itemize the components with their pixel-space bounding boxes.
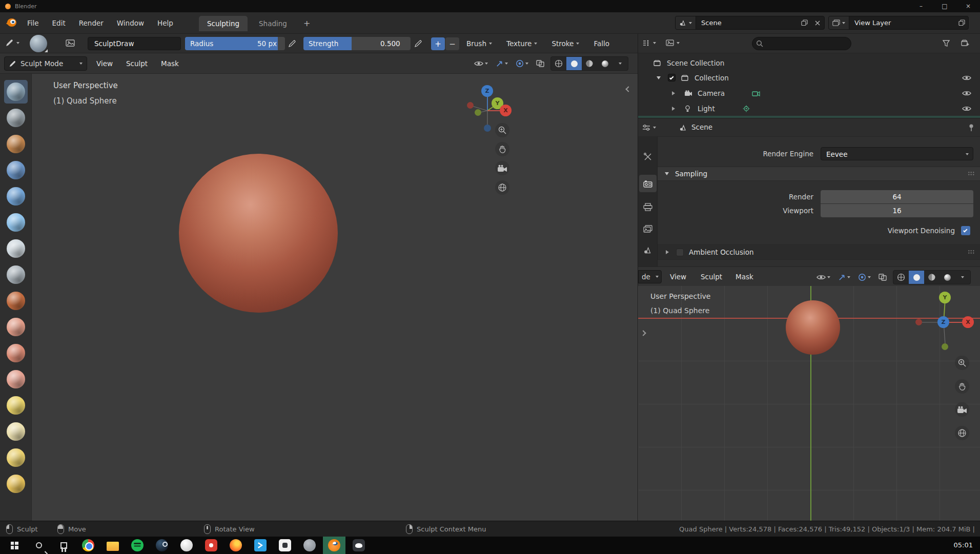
brush-snake-hook[interactable] bbox=[4, 446, 28, 469]
perspective-toggle-button[interactable] bbox=[955, 426, 969, 440]
strength-slider[interactable]: Strength 0.500 bbox=[303, 37, 411, 50]
gizmo-negative-y-axis[interactable] bbox=[942, 343, 948, 350]
radius-pressure-button[interactable] bbox=[288, 39, 296, 48]
perspective-toggle-button[interactable] bbox=[495, 180, 509, 195]
outliner-search-input[interactable] bbox=[752, 37, 851, 50]
ambient-occlusion-checkbox[interactable] bbox=[676, 249, 684, 256]
tab-render[interactable] bbox=[639, 175, 657, 192]
eye-icon[interactable] bbox=[962, 90, 971, 96]
active-tool-button[interactable] bbox=[5, 38, 19, 47]
ambient-occlusion-section-header[interactable]: Ambient Occlusion bbox=[658, 244, 980, 260]
add-brush-button[interactable]: + bbox=[431, 37, 445, 50]
xray-toggle-button[interactable] bbox=[535, 57, 546, 70]
samples-render-field[interactable]: 64 bbox=[821, 190, 973, 203]
taskbar-chat-app[interactable] bbox=[274, 537, 296, 554]
navigation-gizmo[interactable]: Y Z X bbox=[905, 286, 980, 355]
taskbar-start[interactable] bbox=[3, 537, 26, 554]
move-view-button[interactable] bbox=[955, 379, 969, 394]
outliner-row-light[interactable]: Light bbox=[638, 101, 980, 116]
menu-render[interactable]: Render bbox=[72, 19, 110, 27]
menu-edit[interactable]: Edit bbox=[46, 19, 72, 27]
gizmo-x-axis[interactable]: X bbox=[500, 105, 512, 116]
xray-toggle-button[interactable] bbox=[877, 271, 888, 284]
navigation-gizmo[interactable]: Z Y X bbox=[454, 79, 526, 143]
wireframe-shading-button[interactable] bbox=[551, 57, 566, 70]
brush-scrape[interactable] bbox=[4, 315, 28, 339]
brush-elastic-deform[interactable] bbox=[4, 420, 28, 443]
gizmo-negative-z-axis[interactable] bbox=[484, 125, 491, 132]
outliner-row-collection[interactable]: Collection bbox=[638, 70, 980, 85]
scene-name[interactable]: Scene bbox=[696, 19, 798, 27]
system-clock[interactable]: 05:01 bbox=[954, 537, 973, 554]
toolbar-expand-icon[interactable] bbox=[640, 330, 646, 336]
taskbar-blender[interactable] bbox=[323, 537, 345, 554]
blender-logo-icon[interactable] bbox=[5, 17, 17, 29]
brush-popover[interactable]: Brush bbox=[466, 39, 492, 48]
show-overlays-button[interactable] bbox=[815, 271, 832, 284]
taskbar-spotify[interactable] bbox=[126, 537, 149, 554]
solid-shading-button[interactable] bbox=[909, 271, 924, 284]
minimize-button[interactable]: – bbox=[909, 0, 933, 12]
scene-copy-button[interactable] bbox=[798, 16, 811, 29]
falloff-popover[interactable]: Fallo bbox=[594, 39, 609, 48]
shading-options-button[interactable] bbox=[955, 271, 970, 284]
properties-editor-type-button[interactable] bbox=[642, 124, 656, 131]
menu-mask[interactable]: Mask bbox=[158, 53, 182, 74]
mode-dropdown-clipped[interactable]: de bbox=[638, 270, 662, 283]
tab-tool[interactable] bbox=[639, 148, 657, 166]
camera-view-button[interactable] bbox=[495, 161, 509, 175]
quad-sphere-object[interactable] bbox=[786, 300, 840, 355]
viewport-denoising-checkbox[interactable] bbox=[961, 226, 970, 235]
view-layer-name[interactable]: View Layer bbox=[849, 19, 955, 27]
taskbar-xbox[interactable] bbox=[175, 537, 198, 554]
editor-type-button[interactable] bbox=[642, 39, 656, 47]
view-layer-copy-button[interactable] bbox=[955, 16, 968, 29]
tab-output[interactable] bbox=[639, 198, 657, 216]
gizmo-y-axis[interactable]: Y bbox=[939, 292, 951, 303]
wireframe-shading-button[interactable] bbox=[893, 271, 909, 284]
brush-inflate[interactable] bbox=[4, 211, 28, 234]
brush-crease[interactable] bbox=[4, 263, 28, 286]
display-mode-button[interactable] bbox=[666, 39, 680, 46]
collection-checkbox[interactable] bbox=[668, 74, 676, 81]
solid-shading-button[interactable] bbox=[566, 57, 582, 70]
scene-browse-button[interactable] bbox=[676, 16, 696, 29]
taskbar-discord[interactable] bbox=[348, 537, 370, 554]
gizmos-button[interactable] bbox=[836, 271, 852, 284]
add-workspace-button[interactable]: + bbox=[298, 16, 315, 31]
taskbar-steam[interactable] bbox=[151, 537, 173, 554]
eye-icon[interactable] bbox=[962, 106, 971, 112]
gizmo-negative-y-axis[interactable] bbox=[475, 109, 481, 116]
radius-slider[interactable]: Radius 50 px bbox=[185, 37, 285, 50]
brush-thumb[interactable] bbox=[4, 472, 28, 496]
disclosure-closed-icon[interactable] bbox=[672, 91, 675, 95]
brush-clay-strips[interactable] bbox=[4, 158, 28, 182]
menu-view[interactable]: View bbox=[93, 53, 116, 74]
sampling-section-header[interactable]: Sampling bbox=[658, 167, 980, 181]
menu-file[interactable]: File bbox=[21, 19, 46, 27]
shading-options-button[interactable] bbox=[612, 57, 628, 70]
brush-draw-sharp[interactable] bbox=[4, 106, 28, 130]
taskbar-gray-app[interactable] bbox=[298, 537, 321, 554]
taskbar-search[interactable] bbox=[28, 537, 50, 554]
brush-pinch[interactable] bbox=[4, 367, 28, 391]
taskbar-firefox[interactable] bbox=[224, 537, 247, 554]
remove-brush-button[interactable]: − bbox=[445, 37, 459, 50]
texture-popover[interactable]: Texture bbox=[506, 39, 537, 48]
menu-help[interactable]: Help bbox=[151, 19, 180, 27]
tab-shading[interactable]: Shading bbox=[251, 16, 295, 31]
tab-scene[interactable] bbox=[639, 241, 657, 259]
brush-grab[interactable] bbox=[4, 394, 28, 417]
taskbar-file-explorer[interactable] bbox=[101, 537, 124, 554]
filter-button[interactable] bbox=[943, 40, 950, 47]
taskbar-chrome[interactable] bbox=[77, 537, 99, 554]
gizmo-x-axis[interactable]: X bbox=[962, 316, 974, 328]
gizmo-z-axis[interactable]: Z bbox=[481, 85, 493, 97]
brush-preview-button[interactable] bbox=[30, 35, 47, 52]
show-overlays-button[interactable] bbox=[473, 57, 489, 70]
overlays-dropdown-button[interactable] bbox=[856, 271, 872, 284]
strength-pressure-button[interactable] bbox=[414, 39, 422, 48]
taskbar-task-view[interactable] bbox=[52, 537, 75, 554]
overlays-dropdown-button[interactable] bbox=[514, 57, 530, 70]
maximize-button[interactable]: □ bbox=[933, 0, 956, 12]
